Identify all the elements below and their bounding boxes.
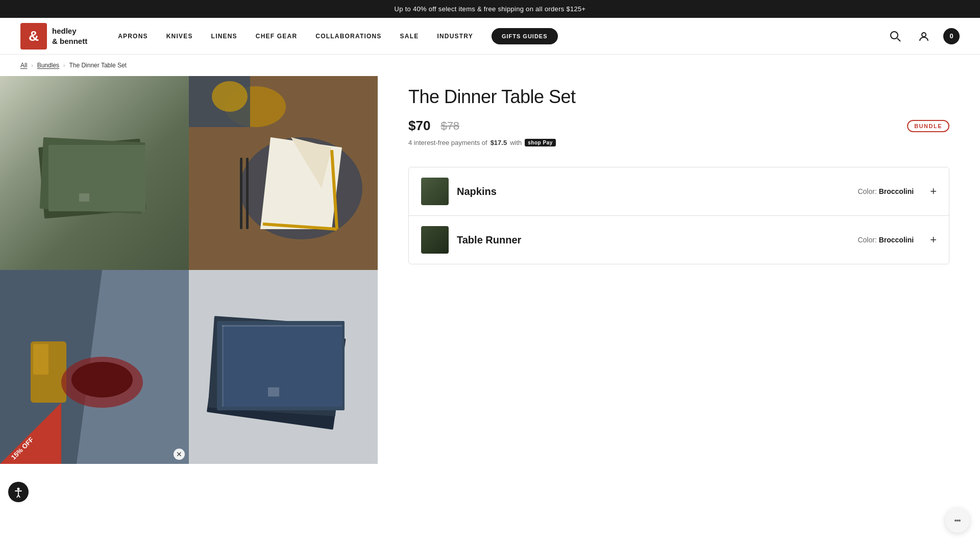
percent-off-banner: 15% OFF [0,403,61,464]
bundle-item-napkins[interactable]: Napkins Color: Broccolini + [409,167,949,216]
bundle-item-table-runner[interactable]: Table Runner Color: Broccolini + [409,216,949,264]
breadcrumb-sep-1: › [31,63,33,68]
main-nav: APRONS KNIVES LINENS CHEF GEAR COLLABORA… [118,28,886,44]
svg-rect-6 [79,193,89,202]
svg-point-23 [71,362,133,398]
announcement-text: Up to 40% off select items & free shippi… [395,5,586,13]
breadcrumb-sep-2: › [63,63,65,68]
napkins-color-label: Color: [857,187,876,195]
shop-pay-logo: shop Pay [525,139,555,146]
svg-point-32 [17,488,20,490]
breadcrumb-all[interactable]: All [20,62,27,69]
product-image-3[interactable]: 15% OFF ✕ [0,270,189,464]
napkins-thumbnail [421,178,449,205]
svg-rect-5 [48,145,145,211]
nav-item-knives[interactable]: KNIVES [166,33,193,40]
runner-color-value: Broccolini [879,236,914,244]
accessibility-button[interactable] [8,482,29,502]
svg-rect-15 [246,158,249,229]
product-image-grid: 15% OFF ✕ [0,76,378,464]
nav-item-aprons[interactable]: APRONS [118,33,148,40]
product-image-1[interactable] [0,76,189,270]
header: & hedley & bennett APRONS KNIVES LINENS … [0,18,980,55]
svg-rect-21 [33,344,48,375]
shop-pay-row: 4 interest-free payments of $17.5 with s… [408,139,949,146]
bundle-items: Napkins Color: Broccolini + Table Runner… [408,167,949,264]
nav-item-chef-gear[interactable]: CHEF GEAR [256,33,297,40]
chat-icon [951,514,964,527]
svg-rect-14 [240,158,242,229]
price-original: $78 [440,119,459,133]
percent-off-triangle [0,403,61,464]
logo-ampersand: & [29,28,39,44]
logo-text-line1: hedley [52,26,87,36]
nav-item-linens[interactable]: LINENS [211,33,237,40]
installment-text: 4 interest-free payments of [408,139,487,146]
svg-point-35 [959,520,961,522]
price-current: $70 [408,118,430,134]
svg-rect-31 [268,387,279,397]
product-image-2[interactable] [189,76,378,270]
svg-line-1 [897,38,900,41]
svg-rect-30 [222,325,224,407]
napkins-color-value: Broccolini [879,187,914,195]
cart-button[interactable]: 0 [943,28,960,44]
plate-image [189,76,378,270]
breadcrumb-bundles[interactable]: Bundles [37,62,59,69]
main-content: 15% OFF ✕ [0,76,980,484]
account-button[interactable] [915,27,933,45]
price-row: $70 $78 BUNDLE [408,118,949,134]
installment-suffix: with [510,139,522,146]
runner-color: Color: Broccolini [857,236,914,244]
logo-link[interactable]: & hedley & bennett [20,23,87,50]
gifts-guides-button[interactable]: GIFTS GUIDES [492,28,558,44]
svg-rect-29 [222,325,342,327]
logo-text-line2: & bennett [52,36,87,46]
napkins-svg [28,117,161,229]
product-title: The Dinner Table Set [408,86,949,108]
nav-item-collaborations[interactable]: COLLABORATIONS [315,33,381,40]
svg-point-34 [957,520,959,522]
logo-text: hedley & bennett [52,26,87,46]
napkins-image [0,76,189,270]
logo-icon: & [20,23,47,50]
cart-count: 0 [949,32,953,40]
blue-napkins-svg [189,270,378,464]
napkins-name: Napkins [457,186,849,198]
header-icons: 0 [886,27,960,45]
runner-thumbnail [421,226,449,254]
product-info: The Dinner Table Set $70 $78 BUNDLE 4 in… [378,76,980,464]
account-icon [918,31,929,42]
runner-color-label: Color: [857,236,876,244]
svg-point-0 [891,32,898,39]
accessibility-icon [13,486,24,498]
napkins-expand-button[interactable]: + [930,185,937,198]
svg-point-17 [212,81,248,112]
close-promo-button[interactable]: ✕ [174,449,185,460]
announcement-bar: Up to 40% off select items & free shippi… [0,0,980,18]
search-icon [890,31,901,42]
product-image-4[interactable] [189,270,378,464]
nav-item-sale[interactable]: SALE [400,33,419,40]
breadcrumb: All › Bundles › The Dinner Table Set [0,55,980,76]
runner-name: Table Runner [457,234,849,246]
svg-point-2 [922,33,926,37]
chat-button[interactable] [945,508,970,533]
bundle-badge: BUNDLE [907,120,949,132]
installment-amount: $17.5 [491,139,507,146]
svg-rect-28 [222,325,342,407]
plate-svg [189,76,378,270]
search-button[interactable] [886,27,904,45]
runner-expand-button[interactable]: + [930,233,937,246]
napkins-color: Color: Broccolini [857,187,914,195]
breadcrumb-current: The Dinner Table Set [69,62,127,69]
blue-napkins-image [189,270,378,464]
svg-point-33 [954,520,957,522]
nav-item-industry[interactable]: INDUSTRY [437,33,473,40]
